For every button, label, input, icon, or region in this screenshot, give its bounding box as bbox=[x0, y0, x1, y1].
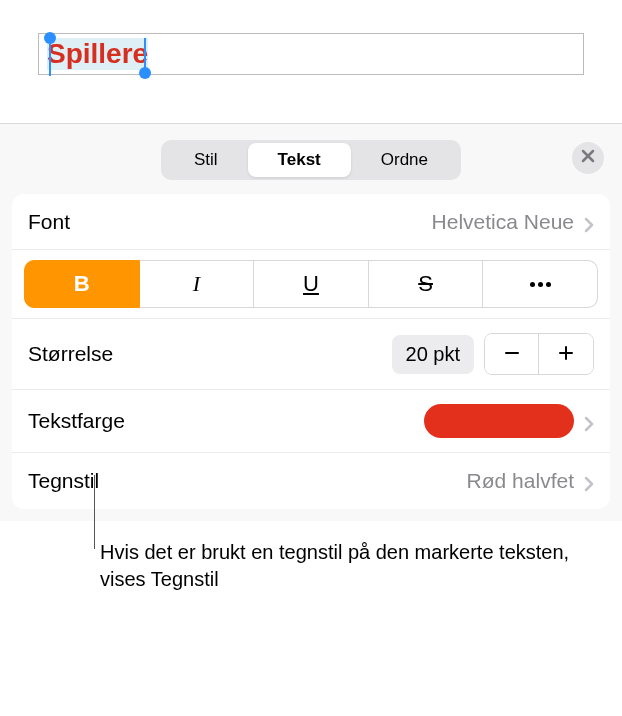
chevron-right-icon bbox=[584, 214, 594, 230]
tab-ordne[interactable]: Ordne bbox=[351, 143, 458, 177]
size-label: Størrelse bbox=[28, 342, 113, 366]
font-label: Font bbox=[28, 210, 70, 234]
minus-icon bbox=[503, 340, 521, 368]
size-row: Størrelse 20 pkt bbox=[12, 319, 610, 390]
text-content: Spillere bbox=[47, 38, 148, 69]
font-value-group: Helvetica Neue bbox=[432, 210, 594, 234]
tab-stil[interactable]: Stil bbox=[164, 143, 248, 177]
callout-line bbox=[94, 475, 95, 549]
selected-text[interactable]: Spillere bbox=[47, 38, 148, 70]
character-style-value: Rød halvfet bbox=[467, 469, 574, 493]
text-color-row[interactable]: Tekstfarge bbox=[12, 390, 610, 453]
close-button[interactable] bbox=[572, 142, 604, 174]
more-styles-button[interactable] bbox=[483, 260, 598, 308]
tab-bar: Stil Tekst Ordne bbox=[12, 136, 610, 194]
size-decrease-button[interactable] bbox=[485, 334, 539, 374]
text-style-buttons: B I U S bbox=[12, 250, 610, 319]
strikethrough-button[interactable]: S bbox=[369, 260, 484, 308]
size-increase-button[interactable] bbox=[539, 334, 593, 374]
text-color-label: Tekstfarge bbox=[28, 409, 125, 433]
size-stepper bbox=[484, 333, 594, 375]
character-style-label: Tegnstil bbox=[28, 469, 99, 493]
italic-button[interactable]: I bbox=[140, 260, 255, 308]
chevron-right-icon bbox=[584, 473, 594, 489]
color-swatch[interactable] bbox=[424, 404, 574, 438]
character-style-row[interactable]: Tegnstil Rød halvfet bbox=[12, 453, 610, 509]
character-style-value-group: Rød halvfet bbox=[467, 469, 594, 493]
bold-button[interactable]: B bbox=[24, 260, 140, 308]
plus-icon bbox=[557, 340, 575, 368]
text-color-value-group bbox=[424, 404, 594, 438]
caption-text: Hvis det er brukt en tegnstil på den mar… bbox=[100, 539, 582, 593]
font-row[interactable]: Font Helvetica Neue bbox=[12, 194, 610, 250]
segmented-control: Stil Tekst Ordne bbox=[161, 140, 461, 180]
font-value: Helvetica Neue bbox=[432, 210, 574, 234]
chevron-right-icon bbox=[584, 413, 594, 429]
tab-tekst[interactable]: Tekst bbox=[248, 143, 351, 177]
more-icon bbox=[530, 282, 551, 287]
size-controls: 20 pkt bbox=[392, 333, 594, 375]
selection-handle-start[interactable] bbox=[44, 32, 56, 44]
caption-area: Hvis det er brukt en tegnstil på den mar… bbox=[0, 539, 622, 593]
text-settings-card: Font Helvetica Neue B I U S Størrelse 2 bbox=[12, 194, 610, 509]
size-value[interactable]: 20 pkt bbox=[392, 335, 474, 374]
text-editor-area: Spillere bbox=[30, 25, 592, 83]
text-box[interactable]: Spillere bbox=[38, 33, 584, 75]
underline-button[interactable]: U bbox=[254, 260, 369, 308]
close-icon bbox=[581, 149, 595, 167]
inspector-panel: Stil Tekst Ordne Font Helvetica Neue B I… bbox=[0, 123, 622, 521]
selection-handle-end[interactable] bbox=[139, 67, 151, 79]
